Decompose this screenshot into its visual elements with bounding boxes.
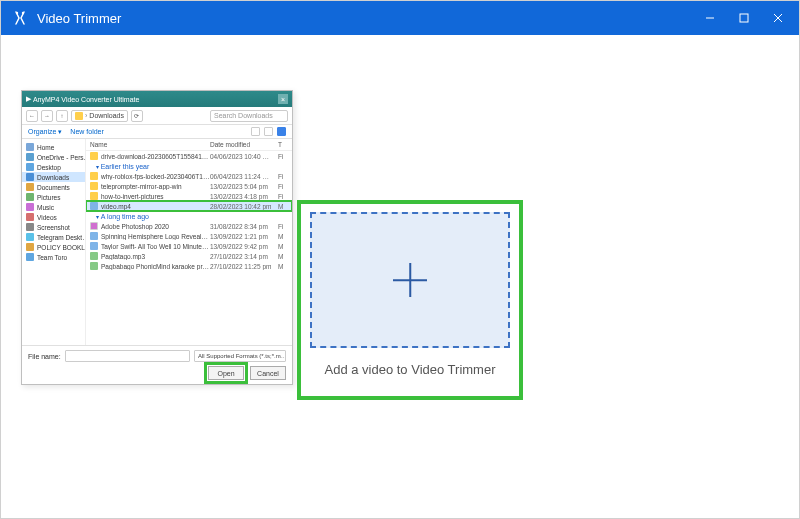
organize-menu[interactable]: Organize ▾ — [28, 128, 62, 136]
file-row[interactable]: why-roblox-fps-locked-20230406T152414…06… — [86, 171, 292, 181]
file-name: drive-download-20230605T155841Z-001 — [101, 153, 210, 160]
sidebar-item[interactable]: Pictures — [22, 192, 85, 202]
file-row[interactable]: Pagbabago PhonicMind karaoke previe…27/1… — [86, 261, 292, 271]
sidebar-item-label: Videos — [37, 214, 57, 221]
filename-label: File name: — [28, 353, 61, 360]
file-group-header[interactable]: Earlier this year — [86, 161, 292, 171]
dialog-app-icon: ▶ — [26, 95, 31, 103]
dialog-toolbar: Organize ▾ New folder — [22, 125, 292, 139]
sidebar-item[interactable]: OneDrive - Pers… — [22, 152, 85, 162]
file-list: drive-download-20230605T155841Z-00104/06… — [86, 151, 292, 271]
refresh-button[interactable]: ⟳ — [131, 110, 143, 122]
col-date[interactable]: Date modified — [210, 141, 278, 148]
dialog-footer: File name: All Supported Formats (*.ts;*… — [22, 345, 292, 384]
minimize-button[interactable] — [693, 1, 727, 35]
sidebar-item[interactable]: Desktop — [22, 162, 85, 172]
file-row[interactable]: how-to-invert-pictures13/02/2023 4:18 pm… — [86, 191, 292, 201]
titlebar: Video Trimmer — [1, 1, 799, 35]
nav-forward-button[interactable]: → — [41, 110, 53, 122]
sidebar-item-label: Music — [37, 204, 54, 211]
filename-input[interactable] — [65, 350, 190, 362]
search-placeholder: Search Downloads — [214, 112, 273, 119]
file-name: how-to-invert-pictures — [101, 193, 210, 200]
new-folder-button[interactable]: New folder — [70, 128, 103, 135]
dialog-close-button[interactable]: × — [278, 94, 288, 104]
col-name[interactable]: Name — [90, 141, 210, 148]
sidebar-item[interactable]: Documents — [22, 182, 85, 192]
sidebar-item[interactable]: Telegram Deskt… — [22, 232, 85, 242]
downloads-folder-icon — [75, 112, 83, 120]
sidebar-item[interactable]: POLICY BOOKLE… — [22, 242, 85, 252]
file-type: M — [278, 233, 288, 240]
file-icon — [90, 192, 98, 200]
file-row[interactable]: Spinning Hemisphere Logo Reveal_free…13/… — [86, 231, 292, 241]
folder-icon — [26, 143, 34, 151]
sidebar-item[interactable]: Team Toro — [22, 252, 85, 262]
cancel-button[interactable]: Cancel — [250, 366, 286, 380]
file-row[interactable]: Pagtatago.mp327/10/2022 3:14 pmM — [86, 251, 292, 261]
file-name: Adobe Photoshop 2020 — [101, 223, 210, 230]
file-icon — [90, 152, 98, 160]
file-date: 13/02/2023 4:18 pm — [210, 193, 278, 200]
dialog-title: AnyMP4 Video Converter Ultimate — [33, 96, 139, 103]
folder-icon — [26, 233, 34, 241]
file-icon — [90, 202, 98, 210]
sidebar-item[interactable]: Videos — [22, 212, 85, 222]
file-type: M — [278, 243, 288, 250]
file-row[interactable]: Adobe Photoshop 202031/08/2022 8:34 pmFi — [86, 221, 292, 231]
file-row[interactable]: teleprompter-mirror-app-win13/02/2023 5:… — [86, 181, 292, 191]
sidebar-item-label: Home — [37, 144, 54, 151]
file-icon — [90, 252, 98, 260]
open-button[interactable]: Open — [208, 366, 244, 380]
sidebar-item[interactable]: Home — [22, 142, 85, 152]
folder-icon — [26, 183, 34, 191]
file-icon — [90, 262, 98, 270]
file-row[interactable]: Taylor Swift- All Too Well 10 Minute Ver… — [86, 241, 292, 251]
app-content: ▶ AnyMP4 Video Converter Ultimate × ← → … — [1, 35, 799, 518]
sidebar-item[interactable]: Screenshot — [22, 222, 85, 232]
file-name: Pagbabago PhonicMind karaoke previe… — [101, 263, 210, 270]
file-type: Fi — [278, 153, 288, 160]
file-name: Spinning Hemisphere Logo Reveal_free… — [101, 233, 210, 240]
search-input[interactable]: Search Downloads — [210, 110, 288, 122]
svg-point-0 — [16, 12, 18, 14]
sidebar-item-label: Documents — [37, 184, 70, 191]
file-icon — [90, 172, 98, 180]
file-type: Fi — [278, 173, 288, 180]
maximize-button[interactable] — [727, 1, 761, 35]
help-icon[interactable] — [277, 127, 286, 136]
breadcrumb[interactable]: › Downloads — [71, 110, 128, 122]
file-open-dialog: ▶ AnyMP4 Video Converter Ultimate × ← → … — [21, 90, 293, 385]
file-row[interactable]: video.mp428/02/2023 10:42 pmM — [86, 201, 292, 211]
sidebar-item-label: OneDrive - Pers… — [37, 154, 85, 161]
nav-up-button[interactable]: ↑ — [56, 110, 68, 122]
folder-icon — [26, 213, 34, 221]
file-icon — [90, 232, 98, 240]
close-button[interactable] — [761, 1, 795, 35]
file-date: 27/10/2022 3:14 pm — [210, 253, 278, 260]
app-window: Video Trimmer ▶ AnyMP4 Video Converter U… — [0, 0, 800, 519]
file-date: 31/08/2022 8:34 pm — [210, 223, 278, 230]
folder-icon — [26, 203, 34, 211]
sidebar-item-label: Telegram Deskt… — [37, 234, 85, 241]
dialog-navbar: ← → ↑ › Downloads ⟳ Search Downloads — [22, 107, 292, 125]
file-group-header[interactable]: A long time ago — [86, 211, 292, 221]
view-options-icon[interactable] — [251, 127, 260, 136]
column-headers[interactable]: Name Date modified T — [86, 139, 292, 151]
dialog-sidebar: HomeOneDrive - Pers…DesktopDownloadsDocu… — [22, 139, 86, 345]
file-date: 13/09/2022 9:42 pm — [210, 243, 278, 250]
folder-icon — [26, 163, 34, 171]
sidebar-item[interactable]: Downloads — [22, 172, 85, 182]
breadcrumb-label: Downloads — [89, 112, 124, 119]
file-type: M — [278, 263, 288, 270]
nav-back-button[interactable]: ← — [26, 110, 38, 122]
add-video-dropzone[interactable] — [310, 212, 510, 348]
details-pane-icon[interactable] — [264, 127, 273, 136]
app-title: Video Trimmer — [37, 11, 121, 26]
col-type[interactable]: T — [278, 141, 288, 148]
file-row[interactable]: drive-download-20230605T155841Z-00104/06… — [86, 151, 292, 161]
dropzone-caption: Add a video to Video Trimmer — [324, 362, 495, 377]
sidebar-item-label: Downloads — [37, 174, 69, 181]
file-type-filter[interactable]: All Supported Formats (*.ts;*.m… — [194, 350, 286, 362]
sidebar-item[interactable]: Music — [22, 202, 85, 212]
